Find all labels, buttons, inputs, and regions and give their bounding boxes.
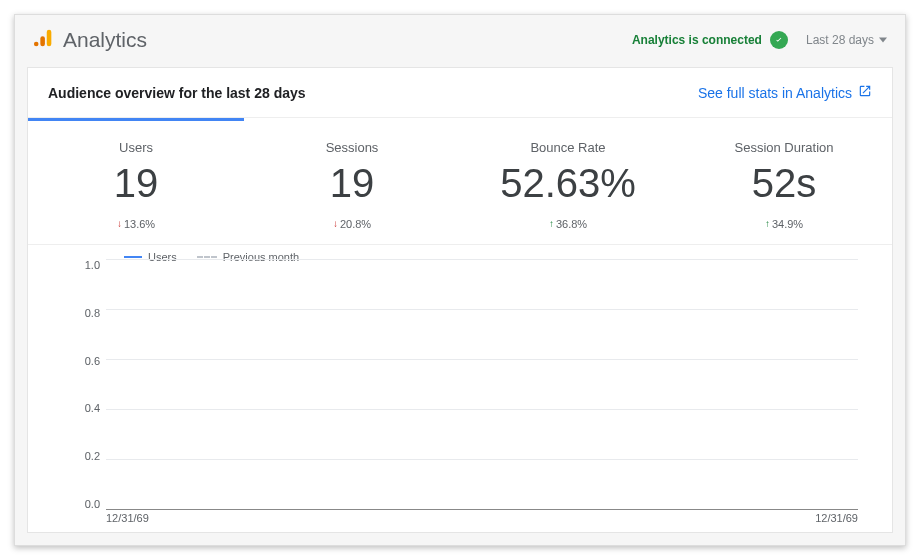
gridline (106, 259, 858, 260)
svg-point-2 (34, 42, 39, 47)
legend-line-dashed-icon (197, 256, 217, 258)
connected-label: Analytics is connected (632, 33, 762, 47)
metric-delta: ↓20.8% (333, 218, 371, 230)
y-axis: 1.00.80.60.40.20.0 (58, 259, 106, 510)
check-icon (770, 31, 788, 49)
metric-label: Sessions (252, 140, 452, 155)
brand: Analytics (33, 27, 147, 53)
analytics-logo-icon (33, 27, 55, 53)
chart-area: Users Previous month 1.00.80.60.40.20.0 … (28, 245, 892, 532)
metric-tab-session-duration[interactable]: Session Duration52s↑34.9% (676, 118, 892, 245)
date-range-selector[interactable]: Last 28 days (806, 33, 887, 47)
metric-value: 52s (684, 161, 884, 205)
metric-delta-value: 34.9% (772, 218, 803, 230)
chart-plot: 1.00.80.60.40.20.0 (58, 259, 858, 510)
chevron-down-icon (879, 33, 887, 47)
arrow-up-icon: ↑ (765, 218, 770, 229)
arrow-down-icon: ↓ (117, 218, 122, 229)
external-link-icon (858, 84, 872, 101)
x-axis: 12/31/69 12/31/69 (58, 512, 858, 524)
arrow-down-icon: ↓ (333, 218, 338, 229)
topbar-right: Analytics is connected Last 28 days (632, 31, 887, 49)
metric-delta-value: 20.8% (340, 218, 371, 230)
y-tick: 0.4 (58, 402, 100, 414)
date-range-label: Last 28 days (806, 33, 874, 47)
gridline (106, 459, 858, 460)
connected-status: Analytics is connected (632, 31, 788, 49)
metric-label: Session Duration (684, 140, 884, 155)
see-full-stats-link[interactable]: See full stats in Analytics (698, 84, 872, 101)
gridline (106, 359, 858, 360)
metric-value: 52.63% (468, 161, 668, 205)
metric-delta: ↑34.9% (765, 218, 803, 230)
y-tick: 0.2 (58, 450, 100, 462)
metric-label: Bounce Rate (468, 140, 668, 155)
metric-tab-bounce-rate[interactable]: Bounce Rate52.63%↑36.8% (460, 118, 676, 245)
gridline (106, 509, 858, 510)
y-tick: 0.8 (58, 307, 100, 319)
gridline (106, 409, 858, 410)
panel-title: Audience overview for the last 28 days (48, 85, 306, 101)
panel-header: Audience overview for the last 28 days S… (28, 68, 892, 118)
svg-rect-0 (47, 30, 52, 47)
legend-line-solid-icon (124, 256, 142, 258)
topbar: Analytics Analytics is connected Last 28… (15, 15, 905, 67)
metric-tab-users[interactable]: Users19↓13.6% (28, 118, 244, 245)
x-axis-start: 12/31/69 (106, 512, 149, 524)
gridline (106, 309, 858, 310)
metric-delta-value: 36.8% (556, 218, 587, 230)
analytics-card: Analytics Analytics is connected Last 28… (14, 14, 906, 546)
y-tick: 0.6 (58, 355, 100, 367)
brand-name: Analytics (63, 28, 147, 52)
y-tick: 1.0 (58, 259, 100, 271)
metric-delta: ↓13.6% (117, 218, 155, 230)
arrow-up-icon: ↑ (549, 218, 554, 229)
y-tick: 0.0 (58, 498, 100, 510)
metric-value: 19 (36, 161, 236, 205)
metric-delta-value: 13.6% (124, 218, 155, 230)
x-axis-end: 12/31/69 (815, 512, 858, 524)
chart-grid (106, 259, 858, 510)
svg-rect-1 (40, 36, 45, 46)
metrics-row: Users19↓13.6%Sessions19↓20.8%Bounce Rate… (28, 118, 892, 245)
overview-panel: Audience overview for the last 28 days S… (27, 67, 893, 533)
metric-tab-sessions[interactable]: Sessions19↓20.8% (244, 118, 460, 245)
metric-delta: ↑36.8% (549, 218, 587, 230)
panel-link-label: See full stats in Analytics (698, 85, 852, 101)
metric-label: Users (36, 140, 236, 155)
metric-value: 19 (252, 161, 452, 205)
